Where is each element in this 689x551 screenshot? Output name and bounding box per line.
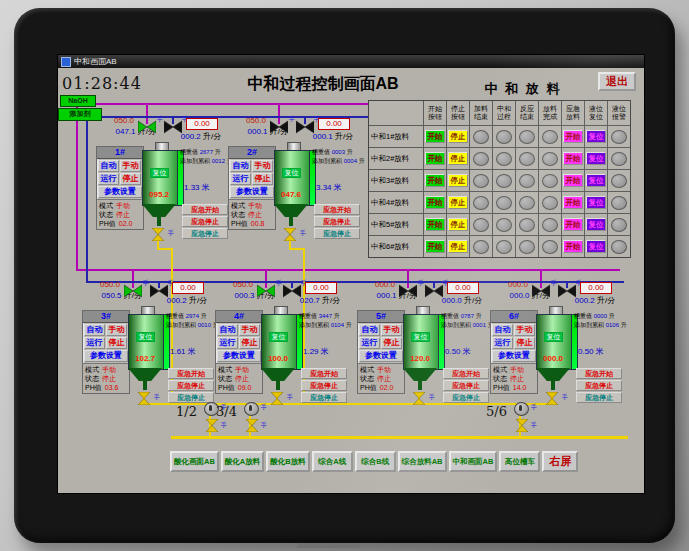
stop-button[interactable]: 停止 (239, 337, 260, 349)
auto-button[interactable]: 自动 (492, 324, 513, 336)
emergency-stop-button[interactable]: 应急停止 (576, 380, 622, 391)
emergency-stop-button[interactable]: 应急停止 (168, 380, 214, 391)
emergency-discharge-button[interactable]: 开始 (563, 218, 583, 231)
params-button[interactable]: 参数设置 (492, 350, 536, 362)
emergency-discharge-button[interactable]: 开始 (563, 130, 583, 143)
run-button[interactable]: 运行 (492, 337, 513, 349)
discharge-valve-icon[interactable] (545, 392, 559, 407)
nav-button[interactable]: 综合A线 (312, 451, 353, 472)
stop-button[interactable]: 停止 (448, 240, 468, 253)
naoh-valve-icon[interactable] (532, 284, 550, 300)
run-button[interactable]: 运行 (359, 337, 380, 349)
pump-icon[interactable] (514, 402, 529, 416)
emergency-start-button[interactable]: 应急开始 (314, 204, 360, 215)
tank-reset-button[interactable]: 复位 (544, 332, 563, 342)
start-button[interactable]: 开始 (425, 218, 445, 231)
nav-button[interactable]: 中和画面AB (449, 451, 498, 472)
emergency-start-button[interactable]: 应急开始 (182, 204, 228, 215)
tank-reset-button[interactable]: 复位 (150, 168, 169, 178)
tank-reset-button[interactable]: 复位 (282, 168, 301, 178)
emergency-discharge-button[interactable]: 开始 (563, 174, 583, 187)
emergency-stop-button[interactable]: 应急停止 (314, 216, 360, 227)
tank-reset-button[interactable]: 复位 (411, 332, 430, 342)
nav-button[interactable]: 综合B线 (355, 451, 396, 472)
emergency-discharge-button[interactable]: 开始 (563, 196, 583, 209)
emergency-stop-button[interactable]: 应急停止 (182, 216, 228, 227)
auto-button[interactable]: 自动 (84, 324, 105, 336)
stop-button[interactable]: 停止 (448, 218, 468, 231)
emergency-start-button[interactable]: 应急开始 (443, 368, 489, 379)
manual-button[interactable]: 手动 (252, 160, 273, 172)
run-button[interactable]: 运行 (84, 337, 105, 349)
emergency-stop-alt-button[interactable]: 应急停止 (576, 392, 622, 403)
auto-button[interactable]: 自动 (230, 160, 251, 172)
emergency-stop-alt-button[interactable]: 应急停止 (301, 392, 347, 403)
level-reset-button[interactable]: 复位 (586, 152, 606, 165)
params-button[interactable]: 参数设置 (217, 350, 261, 362)
params-button[interactable]: 参数设置 (359, 350, 403, 362)
emergency-stop-button[interactable]: 应急停止 (301, 380, 347, 391)
manual-button[interactable]: 手动 (514, 324, 535, 336)
level-reset-button[interactable]: 复位 (586, 130, 606, 143)
tank-reset-button[interactable]: 复位 (136, 332, 155, 342)
emergency-start-button[interactable]: 应急开始 (576, 368, 622, 379)
discharge-valve-icon[interactable] (151, 228, 165, 243)
start-button[interactable]: 开始 (425, 240, 445, 253)
auto-button[interactable]: 自动 (217, 324, 238, 336)
nav-button[interactable]: 高位槽车 (499, 451, 540, 472)
emergency-stop-button[interactable]: 应急停止 (443, 380, 489, 391)
manual-button[interactable]: 手动 (120, 160, 141, 172)
emergency-start-button[interactable]: 应急开始 (301, 368, 347, 379)
tank-reset-button[interactable]: 复位 (269, 332, 288, 342)
stop-button[interactable]: 停止 (106, 337, 127, 349)
manual-button[interactable]: 手动 (381, 324, 402, 336)
stop-button[interactable]: 停止 (448, 196, 468, 209)
stop-button[interactable]: 停止 (514, 337, 535, 349)
stop-button[interactable]: 停止 (448, 174, 468, 187)
nav-button[interactable]: 酸化画面AB (170, 451, 219, 472)
manual-button[interactable]: 手动 (239, 324, 260, 336)
stop-button[interactable]: 停止 (448, 130, 468, 143)
emergency-stop-alt-button[interactable]: 应急停止 (314, 228, 360, 239)
pump-valve-icon[interactable] (515, 418, 529, 436)
emergency-start-button[interactable]: 应急开始 (168, 368, 214, 379)
start-button[interactable]: 开始 (425, 174, 445, 187)
emergency-stop-alt-button[interactable]: 应急停止 (443, 392, 489, 403)
exit-button[interactable]: 退出 (598, 72, 636, 91)
level-reset-button[interactable]: 复位 (586, 218, 606, 231)
start-button[interactable]: 开始 (425, 196, 445, 209)
level-reset-button[interactable]: 复位 (586, 196, 606, 209)
stop-button[interactable]: 停止 (381, 337, 402, 349)
level-reset-button[interactable]: 复位 (586, 174, 606, 187)
naoh-valve-icon[interactable] (270, 120, 288, 136)
start-button[interactable]: 开始 (425, 130, 445, 143)
naoh-valve-icon[interactable] (124, 284, 142, 300)
discharge-valve-icon[interactable] (283, 228, 297, 243)
level-reset-button[interactable]: 复位 (586, 240, 606, 253)
pump-valve-icon[interactable] (245, 418, 259, 436)
manual-button[interactable]: 手动 (106, 324, 127, 336)
nav-button[interactable]: 右屏 (542, 451, 578, 472)
nav-button[interactable]: 酸化A放料 (221, 451, 264, 472)
pump-icon[interactable] (244, 402, 259, 416)
nav-button[interactable]: 酸化B放料 (266, 451, 309, 472)
auto-button[interactable]: 自动 (98, 160, 119, 172)
emergency-discharge-button[interactable]: 开始 (563, 152, 583, 165)
params-button[interactable]: 参数设置 (230, 186, 274, 198)
stop-button[interactable]: 停止 (120, 173, 141, 185)
emergency-discharge-button[interactable]: 开始 (563, 240, 583, 253)
nav-button[interactable]: 综合放料AB (398, 451, 447, 472)
params-button[interactable]: 参数设置 (98, 186, 142, 198)
stop-button[interactable]: 停止 (252, 173, 273, 185)
run-button[interactable]: 运行 (230, 173, 251, 185)
params-button[interactable]: 参数设置 (84, 350, 128, 362)
emergency-stop-alt-button[interactable]: 应急停止 (182, 228, 228, 239)
run-button[interactable]: 运行 (217, 337, 238, 349)
naoh-valve-icon[interactable] (399, 284, 417, 300)
discharge-valve-icon[interactable] (412, 392, 426, 407)
run-button[interactable]: 运行 (98, 173, 119, 185)
naoh-valve-icon[interactable] (257, 284, 275, 300)
discharge-valve-icon[interactable] (137, 392, 151, 407)
naoh-valve-icon[interactable] (138, 120, 156, 136)
auto-button[interactable]: 自动 (359, 324, 380, 336)
